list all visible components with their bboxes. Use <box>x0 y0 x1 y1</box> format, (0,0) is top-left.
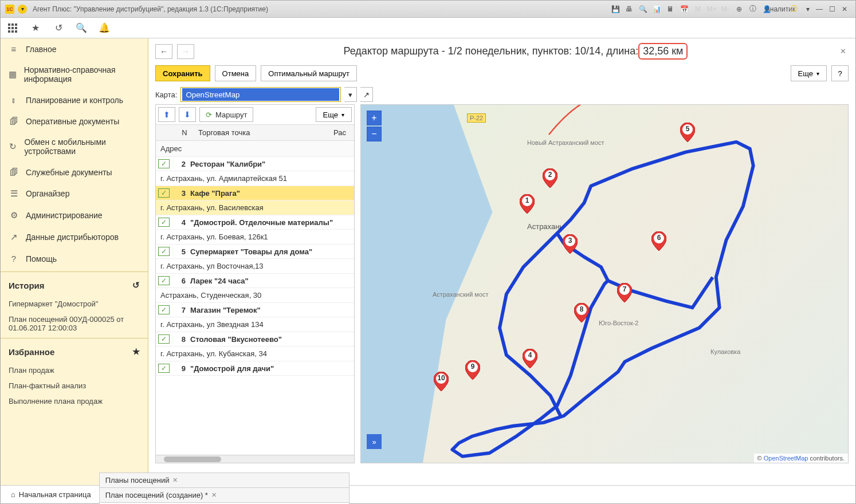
point-row[interactable]: ✓8Столовая "Вкуснотеево" <box>156 332 354 346</box>
map-pin-3[interactable]: 3 <box>563 234 578 254</box>
checkbox-icon[interactable]: ✓ <box>158 188 170 198</box>
map-pin-10[interactable]: 10 <box>434 372 449 391</box>
info-icon[interactable]: ⓘ <box>748 4 758 14</box>
window-close[interactable]: ✕ <box>838 3 851 15</box>
save-icon[interactable]: 💾 <box>610 4 621 14</box>
star-icon[interactable]: ★ <box>29 22 42 34</box>
list-more-button[interactable]: Еще <box>316 107 352 122</box>
sidebar-item-8[interactable]: ↗Данные дистрибьюторов <box>1 226 148 248</box>
print-icon[interactable]: 🖶 <box>624 4 634 14</box>
favorites-header[interactable]: Избранное★ <box>1 341 148 363</box>
map-pin-1[interactable]: 1 <box>520 194 535 214</box>
checkbox-icon[interactable]: ✓ <box>158 305 170 314</box>
checkbox-icon[interactable]: ✓ <box>158 334 170 344</box>
bell-icon[interactable]: 🔔 <box>98 22 111 34</box>
zoom-in-icon[interactable]: ⊕ <box>734 4 744 14</box>
point-row[interactable]: ✓4"Домострой. Отделочные материалы" <box>156 215 354 230</box>
info2-icon[interactable]: ⓘ <box>789 4 799 14</box>
nav-back[interactable]: ← <box>155 44 172 59</box>
favorite-item-1[interactable]: План-фактный анализ <box>1 378 148 393</box>
compare-icon[interactable]: 📊 <box>651 4 662 14</box>
point-row[interactable]: ✓2Ресторан "Калибри" <box>156 157 354 171</box>
more-button[interactable]: Еще <box>791 65 827 81</box>
nav-forward[interactable]: → <box>177 44 194 59</box>
calendar-icon[interactable]: 📅 <box>679 4 689 14</box>
sidebar-label: Данные дистрибьюторов <box>26 233 119 242</box>
main-toolbar: ★ ↺ 🔍 🔔 <box>1 18 855 38</box>
point-row[interactable]: ✓9"Домострой для дачи" <box>156 361 354 376</box>
point-row[interactable]: ✓5Супермаркет "Товары для дома" <box>156 245 354 259</box>
tab-1[interactable]: План посещений (создание) *✕ <box>99 487 350 502</box>
history-icon[interactable]: ↺ <box>52 22 65 34</box>
history-item-0[interactable]: Гипермаркет "Домострой" <box>1 296 148 312</box>
calc-icon[interactable]: 🖩 <box>665 4 676 14</box>
map-expand[interactable]: » <box>367 434 382 449</box>
map-pin-4[interactable]: 4 <box>523 349 537 368</box>
sidebar-item-2[interactable]: ⫾Планирование и контроль <box>1 89 148 111</box>
sidebar-item-3[interactable]: 🗐Оперативные документы <box>1 111 148 132</box>
map-open-icon[interactable]: ↗ <box>360 87 373 102</box>
zoom-out[interactable]: − <box>367 127 382 141</box>
sidebar-item-5[interactable]: 🗐Служебные документы <box>1 162 148 183</box>
osm-link[interactable]: OpenStreetMap <box>764 455 808 462</box>
map-select[interactable] <box>180 87 341 102</box>
move-down-button[interactable]: ⬇ <box>179 107 196 122</box>
sidebar-icon: ↻ <box>9 141 17 152</box>
favorite-item-0[interactable]: План продаж <box>1 363 148 378</box>
checkbox-icon[interactable]: ✓ <box>158 276 170 285</box>
checkbox-icon[interactable]: ✓ <box>158 218 170 227</box>
favorite-item-2[interactable]: Выполнение плана продаж <box>1 393 148 409</box>
refresh-route-button[interactable]: ⟳ Маршрут <box>199 107 253 122</box>
tab-2[interactable]: Редактор маршрута - 1/2 понедельник, пун… <box>99 502 350 505</box>
save-button[interactable]: Сохранить <box>155 65 210 81</box>
map-pin-2[interactable]: 2 <box>543 168 557 188</box>
map-pin-6[interactable]: 6 <box>651 231 666 251</box>
m-plus-icon[interactable]: M+ <box>706 4 717 14</box>
minimize-icon[interactable]: ▾ <box>803 4 813 14</box>
sidebar-item-1[interactable]: ▦Нормативно-справочная информация <box>1 60 148 89</box>
close-icon[interactable]: ✕ <box>837 46 849 57</box>
map-dropdown-icon[interactable]: ▾ <box>344 87 357 102</box>
search-icon[interactable]: 🔍 <box>75 22 88 34</box>
move-up-button[interactable]: ⬆ <box>158 107 175 122</box>
tab-close-icon[interactable]: ✕ <box>172 477 178 484</box>
preview-icon[interactable]: 🔍 <box>638 4 648 14</box>
sidebar-item-7[interactable]: ⚙Администрирование <box>1 204 148 226</box>
point-row[interactable]: ✓6Ларек "24 часа" <box>156 274 354 288</box>
help-button[interactable]: ? <box>831 65 849 81</box>
history-header[interactable]: История↺ <box>1 274 148 296</box>
sidebar-icon: ▦ <box>9 69 17 80</box>
checkbox-icon[interactable]: ✓ <box>158 159 170 168</box>
horizontal-scrollbar[interactable] <box>156 455 354 463</box>
apps-icon[interactable] <box>6 22 19 34</box>
cancel-button[interactable]: Отмена <box>215 65 257 81</box>
point-row[interactable]: ✓3Кафе "Прага" <box>156 186 354 200</box>
map-pin-5[interactable]: 5 <box>680 123 695 142</box>
user-name[interactable]: Аналитик <box>775 4 786 14</box>
home-tab[interactable]: ⌂ Начальная страница <box>5 490 97 499</box>
map-pin-9[interactable]: 9 <box>465 360 480 380</box>
history-item-1[interactable]: План посещений 00УД-000025 от 01.06.2017… <box>1 312 148 336</box>
checkbox-icon[interactable]: ✓ <box>158 247 170 256</box>
map[interactable]: Астрахань Новый Астраханский мост Р-22 А… <box>360 104 849 463</box>
tab-0[interactable]: Планы посещений✕ <box>99 472 350 487</box>
point-row[interactable]: ✓7Магазин "Теремок" <box>156 303 354 317</box>
m-icon[interactable]: M <box>693 4 703 14</box>
window-maximize[interactable]: ☐ <box>826 3 838 15</box>
checkbox-icon[interactable]: ✓ <box>158 364 170 373</box>
m-minus-icon[interactable]: M- <box>720 4 731 14</box>
history-refresh-icon[interactable]: ↺ <box>132 280 140 290</box>
map-pin-7[interactable]: 7 <box>617 283 632 302</box>
tab-close-icon[interactable]: ✕ <box>211 491 217 499</box>
optimal-button[interactable]: Оптимальный маршрут <box>261 65 357 81</box>
window-minimize[interactable]: — <box>813 3 826 15</box>
sidebar-item-9[interactable]: ?Помощь <box>1 248 148 269</box>
map-input[interactable] <box>182 88 339 101</box>
tabs-bar: ⌂ Начальная страница Планы посещений✕Пла… <box>1 485 855 503</box>
map-pin-8[interactable]: 8 <box>574 303 589 322</box>
zoom-in[interactable]: + <box>367 111 382 125</box>
sidebar-item-4[interactable]: ↻Обмен с мобильными устройствами <box>1 132 148 162</box>
sidebar-item-0[interactable]: ≡Главное <box>1 38 148 60</box>
sidebar-item-6[interactable]: ☰Органайзер <box>1 183 148 204</box>
dropdown-icon[interactable]: ▾ <box>18 5 27 14</box>
